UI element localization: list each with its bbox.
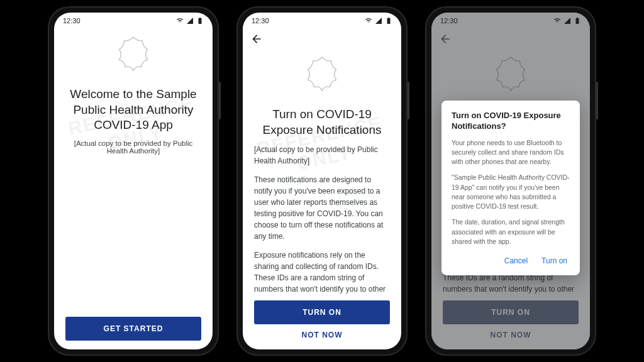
signal-icon bbox=[375, 17, 382, 25]
permission-dialog: Turn on COVID-19 Exposure Notifications?… bbox=[441, 101, 580, 275]
wifi-icon bbox=[365, 17, 372, 25]
turn-on-title: Turn on COVID-19 Exposure Notifications bbox=[254, 107, 390, 138]
status-bar: 12:30 bbox=[54, 13, 213, 29]
dialog-title: Turn on COVID-19 Exposure Notifications? bbox=[452, 111, 570, 132]
phone-lineup: 12:30 REFERENCE ONLY Welcome to the Samp… bbox=[0, 0, 644, 362]
status-time: 12:30 bbox=[252, 17, 269, 25]
phone-frame-3: 12:30 Turn on COVID-19 Exposure Notifica… bbox=[425, 6, 596, 356]
welcome-subtitle: [Actual copy to be provided by Public He… bbox=[65, 140, 201, 155]
status-icons bbox=[365, 17, 392, 25]
dialog-body-2: "Sample Public Health Authority COVID-19… bbox=[452, 173, 570, 211]
phone-frame-2: 12:30 REFERENCE ONLY Turn on COVID-19 Ex… bbox=[236, 6, 408, 356]
dialog-body-1: Your phone needs to use Bluetooth to sec… bbox=[452, 138, 570, 167]
turn-on-body-1: These notifications are designed to noti… bbox=[254, 174, 390, 242]
battery-icon bbox=[385, 17, 392, 25]
screen-dialog: 12:30 Turn on COVID-19 Exposure Notifica… bbox=[431, 13, 590, 349]
not-now-button[interactable]: NOT NOW bbox=[254, 324, 390, 341]
dialog-cancel-button[interactable]: Cancel bbox=[502, 253, 530, 269]
battery-icon bbox=[196, 17, 204, 25]
app-logo-placeholder bbox=[300, 53, 344, 97]
dialog-body-3: The date, duration, and signal strength … bbox=[452, 217, 570, 246]
wifi-icon bbox=[176, 17, 184, 25]
dialog-confirm-button[interactable]: Turn on bbox=[539, 253, 570, 269]
status-bar: 12:30 bbox=[243, 13, 401, 29]
welcome-title: Welcome to the Sample Public Health Auth… bbox=[65, 87, 201, 133]
screen-welcome: 12:30 REFERENCE ONLY Welcome to the Samp… bbox=[54, 13, 213, 349]
status-icons bbox=[176, 17, 204, 25]
back-arrow-icon[interactable] bbox=[250, 33, 263, 45]
phone-frame-1: 12:30 REFERENCE ONLY Welcome to the Samp… bbox=[48, 6, 219, 356]
app-logo-placeholder bbox=[111, 33, 155, 77]
signal-icon bbox=[186, 17, 194, 25]
screen-turn-on: 12:30 REFERENCE ONLY Turn on COVID-19 Ex… bbox=[243, 13, 401, 349]
turn-on-body-2: Exposure notifications rely on the shari… bbox=[254, 250, 390, 294]
status-time: 12:30 bbox=[63, 17, 80, 25]
turn-on-button[interactable]: TURN ON bbox=[254, 300, 390, 324]
turn-on-subtitle: [Actual copy to be provided by Public He… bbox=[254, 144, 390, 167]
get-started-button[interactable]: GET STARTED bbox=[65, 317, 201, 341]
